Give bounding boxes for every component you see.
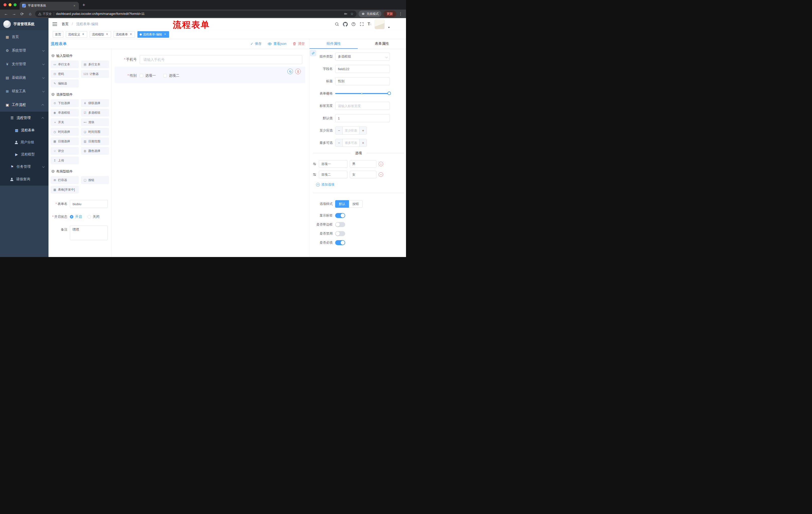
tab-form-props[interactable]: 表单属性 [358,39,406,49]
tag-process-model[interactable]: 流程模型 [90,31,111,38]
component-row-container[interactable]: ⊞行容器 [51,176,79,184]
title-input[interactable] [335,77,390,85]
option-value-input[interactable] [350,160,376,168]
browser-tab[interactable]: 芋道管理系统 × [20,2,79,9]
tag-close-icon[interactable] [129,33,133,36]
tag-home[interactable]: 首页 [53,31,63,38]
remove-option-button[interactable] [379,162,383,166]
component-upload[interactable]: ↥上传 [51,157,79,164]
drag-handle-icon[interactable] [313,172,317,177]
checkbox-option-2[interactable] [163,74,167,77]
component-counter[interactable]: 123计数器 [81,70,109,78]
component-editor[interactable]: ✎编辑器 [51,80,79,87]
fullscreen-icon[interactable] [359,22,364,27]
component-rate[interactable]: ☆评分 [51,147,79,155]
forward-button[interactable]: → [11,11,17,16]
save-button[interactable]: 保存 [251,42,262,46]
tab-component-props[interactable]: 组件属性 [310,39,358,49]
help-icon[interactable] [351,22,356,27]
component-textarea[interactable]: ▤多行文本 [81,61,109,68]
border-toggle[interactable] [335,222,345,227]
min-select-value[interactable]: 至少应选 [343,127,359,134]
required-toggle[interactable] [335,240,345,245]
option-value-input[interactable] [350,171,376,178]
key-icon[interactable] [344,12,348,16]
checkbox-option-1[interactable] [140,74,143,77]
option-name-input[interactable] [319,160,347,168]
component-time-range[interactable]: ◶时间范围 [81,128,109,136]
max-select-value[interactable]: 最多可选 [343,139,359,146]
reload-button[interactable]: ⟳ [19,11,25,16]
font-size-icon[interactable] [368,22,371,26]
sidebar-item-process-model[interactable]: ▶ 流程模型 [0,148,49,160]
link-button[interactable] [310,50,316,56]
style-button-button[interactable]: 按钮 [349,200,362,208]
tag-close-icon[interactable] [105,33,109,36]
maximize-window-button[interactable] [13,3,17,6]
view-json-button[interactable]: 查看json [267,42,286,46]
component-select[interactable]: ⊙下拉选择 [51,99,79,107]
breadcrumb-home[interactable]: 首页 [62,22,68,26]
tag-process-form-edit[interactable]: 流程表单-编辑 [138,31,169,38]
component-date-picker[interactable]: ▦日期选择 [51,138,79,145]
plus-button[interactable]: + [359,139,367,146]
delete-field-button[interactable] [295,69,301,74]
field-phone[interactable]: 手机号 [115,55,306,64]
default-value-input[interactable] [335,114,390,122]
component-color-picker[interactable]: ◍颜色选择 [81,147,109,155]
sidebar-item-infrastructure[interactable]: ▤ 基础设施 [0,71,49,84]
component-type-select[interactable]: 多选框组 [335,53,390,61]
component-cascader[interactable]: ⋔级联选择 [81,99,109,107]
phone-input[interactable] [140,55,302,64]
field-name-input[interactable] [335,65,390,73]
component-table[interactable]: ▩表格[开发中] [51,186,79,193]
copy-field-button[interactable] [287,69,293,74]
sidebar-item-workflow[interactable]: ▣ 工作流程 [0,98,49,112]
clear-button[interactable]: 清空 [292,42,305,46]
sidebar-item-process-form[interactable]: ▥ 流程表单 [0,124,49,136]
show-label-toggle[interactable] [335,213,345,218]
component-date-range[interactable]: ▥日期范围 [81,138,109,145]
avatar-caret-icon[interactable] [388,27,390,28]
close-window-button[interactable] [3,3,6,6]
sidebar-logo[interactable]: 芋道管理系统 [0,18,49,30]
remove-option-button[interactable] [379,172,383,177]
add-option-button[interactable]: 添加选项 [316,182,406,187]
component-checkbox-group[interactable]: ☑多选框组 [81,109,109,116]
status-off-radio[interactable]: 关闭 [87,215,99,219]
sidebar-item-home[interactable]: ▦ 首页 [0,30,49,44]
tag-close-icon[interactable] [81,33,85,36]
new-tab-button[interactable]: + [82,2,85,8]
tag-process-form[interactable]: 流程表单 [114,31,135,38]
component-switch[interactable]: ◑开关 [51,118,79,126]
minus-button[interactable]: − [336,127,343,134]
sidebar-item-user-group[interactable]: 用户分组 [0,136,49,148]
label-width-input[interactable] [335,102,390,110]
component-radio-group[interactable]: ◉单选框组 [51,109,79,116]
sidebar-item-leave-query[interactable]: 请假查询 [0,173,49,186]
component-single-text[interactable]: ▭单行文本 [51,61,79,68]
security-indicator[interactable]: 不安全 [38,12,52,16]
tag-process-definition[interactable]: 流程定义 [66,31,87,38]
avatar[interactable] [375,19,385,29]
status-on-radio[interactable]: 开启 [70,215,82,219]
plus-button[interactable]: + [359,127,367,134]
sidebar-item-system[interactable]: ⚙ 系统管理 [0,44,49,57]
remark-textarea[interactable]: 嘿嘿 [70,225,108,240]
grid-slider[interactable] [335,89,390,98]
component-time-picker[interactable]: ◷时间选择 [51,128,79,136]
browser-update-button[interactable]: 更新 [383,10,396,17]
slider-handle[interactable] [387,91,391,95]
back-button[interactable]: ← [3,11,9,16]
sidebar-item-payment[interactable]: ¥ 支付管理 [0,57,49,71]
minus-button[interactable]: − [336,139,343,146]
disabled-toggle[interactable] [335,231,345,236]
hamburger-icon[interactable] [53,22,57,26]
style-default-button[interactable]: 默认 [335,200,349,208]
browser-menu-icon[interactable]: ⋮ [398,11,403,16]
home-button[interactable]: ⌂ [27,11,33,16]
sidebar-item-process-mgmt[interactable]: ☰ 流程管理 [0,112,49,124]
sidebar-item-devtools[interactable]: ⊞ 研发工具 [0,84,49,98]
form-name-input[interactable] [70,200,108,208]
option-name-input[interactable] [319,171,347,178]
